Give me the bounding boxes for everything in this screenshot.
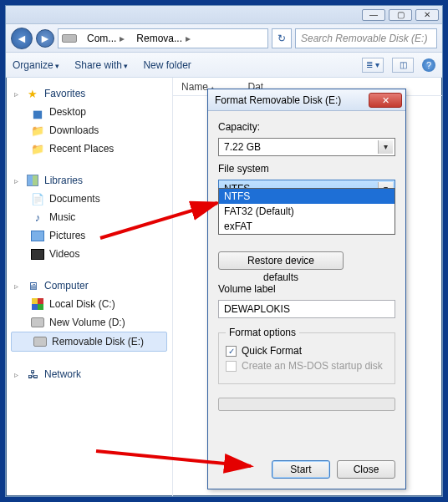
start-button[interactable]: Start	[272, 460, 330, 479]
refresh-button[interactable]: ↻	[272, 28, 292, 48]
dialog-title: Format Removable Disk (E:)	[215, 94, 341, 106]
libraries-group: Libraries 📄Documents Music Pictures Vide…	[9, 171, 169, 263]
filesystem-label: File system	[218, 163, 395, 175]
maximize-button[interactable]: ▢	[389, 9, 412, 21]
sidebar-item-volume-d[interactable]: New Volume (D:)	[9, 313, 169, 332]
window-titlebar: — ▢ ✕	[6, 6, 442, 24]
restore-defaults-button[interactable]: Restore device defaults	[218, 251, 344, 270]
share-menu[interactable]: Share with	[74, 59, 128, 71]
msdos-row: Create an MS-DOS startup disk	[226, 360, 388, 372]
format-options-group: Format options ✓ Quick Format Create an …	[218, 327, 395, 384]
back-button[interactable]: ◄	[11, 28, 33, 49]
breadcrumb[interactable]: Com... Remova...	[58, 28, 268, 48]
toolbar: Organize Share with New folder ≣ ▾ ◫ ?	[6, 53, 442, 78]
navigation-pane: ★Favorites ▅Desktop 📁Downloads 📁Recent P…	[6, 78, 173, 496]
fs-option-ntfs[interactable]: NTFS	[219, 189, 395, 204]
close-button[interactable]: ✕	[415, 9, 439, 21]
quick-format-row[interactable]: ✓ Quick Format	[226, 345, 388, 357]
sidebar-item-desktop[interactable]: ▅Desktop	[9, 103, 169, 121]
sidebar-item-pictures[interactable]: Pictures	[9, 226, 169, 245]
capacity-combo[interactable]: 7.22 GB	[218, 138, 395, 156]
volume-label-label: Volume label	[218, 283, 395, 295]
new-folder-button[interactable]: New folder	[143, 59, 191, 71]
forward-button[interactable]: ►	[36, 29, 54, 48]
close-dialog-button[interactable]: Close	[337, 460, 395, 479]
view-options-button[interactable]: ≣ ▾	[362, 58, 384, 73]
computer-group: 🖥Computer Local Disk (C:) New Volume (D:…	[9, 276, 169, 352]
sidebar-item-videos[interactable]: Videos	[9, 245, 169, 263]
sidebar-favorites[interactable]: ★Favorites	[9, 84, 169, 103]
quick-format-checkbox[interactable]: ✓	[226, 346, 237, 357]
filesystem-dropdown: NTFS FAT32 (Default) exFAT	[218, 188, 395, 235]
sidebar-item-downloads[interactable]: 📁Downloads	[9, 121, 169, 139]
volume-label-input[interactable]: DEWAPLOKIS	[218, 300, 395, 318]
network-group: Network	[9, 365, 169, 383]
organize-menu[interactable]: Organize	[13, 59, 59, 71]
sidebar-network[interactable]: Network	[9, 365, 169, 383]
progress-bar	[218, 398, 395, 411]
msdos-checkbox	[226, 361, 237, 372]
capacity-label: Capacity:	[218, 121, 395, 133]
minimize-button[interactable]: —	[362, 9, 385, 21]
format-options-label: Format options	[226, 327, 299, 338]
help-icon[interactable]: ?	[422, 58, 435, 72]
sidebar-item-documents[interactable]: 📄Documents	[9, 190, 169, 208]
drive-icon	[62, 34, 77, 43]
dialog-body: Capacity: 7.22 GB File system NTFS NTFS …	[208, 111, 405, 452]
address-bar: ◄ ► Com... Remova... ↻ Search Removable …	[6, 24, 442, 53]
sidebar-item-local-c[interactable]: Local Disk (C:)	[9, 295, 169, 313]
fs-option-fat32[interactable]: FAT32 (Default)	[219, 204, 395, 219]
dialog-close-button[interactable]: ✕	[369, 93, 402, 108]
preview-pane-button[interactable]: ◫	[392, 58, 414, 73]
sidebar-item-music[interactable]: Music	[9, 208, 169, 226]
sidebar-item-removable-e[interactable]: Removable Disk (E:)	[11, 332, 167, 352]
fs-option-exfat[interactable]: exFAT	[219, 219, 395, 234]
format-dialog: Format Removable Disk (E:) ✕ Capacity: 7…	[207, 89, 406, 489]
dialog-footer: Start Close	[208, 452, 405, 489]
favorites-group: ★Favorites ▅Desktop 📁Downloads 📁Recent P…	[9, 84, 169, 158]
search-input[interactable]: Search Removable Disk (E:)	[295, 28, 437, 48]
dialog-titlebar: Format Removable Disk (E:) ✕	[208, 89, 405, 111]
sidebar-computer[interactable]: 🖥Computer	[9, 276, 169, 295]
sidebar-item-recent[interactable]: 📁Recent Places	[9, 139, 169, 158]
breadcrumb-seg-drive[interactable]: Remova...	[131, 30, 196, 47]
breadcrumb-seg-computer[interactable]: Com...	[82, 30, 130, 47]
sidebar-libraries[interactable]: Libraries	[9, 171, 169, 190]
